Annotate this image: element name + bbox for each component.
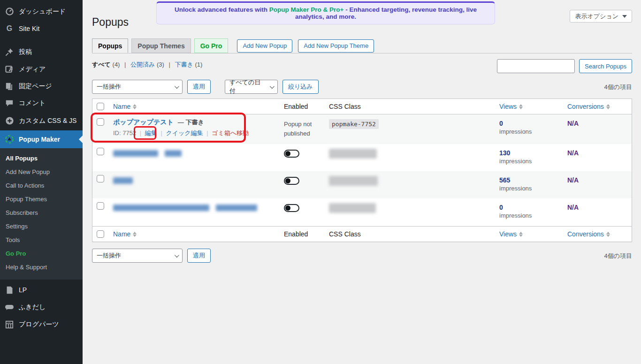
sidebar-item-site-kit[interactable]: G Site Kit (0, 20, 83, 37)
plus-circle-icon (4, 116, 15, 125)
filter-published-link[interactable]: 公開済み (130, 61, 155, 68)
sidebar-item-media[interactable]: メディア (0, 61, 83, 78)
sort-icon (133, 232, 137, 237)
sidebar-item-label: ダッシュボード (19, 8, 66, 16)
select-all-checkbox[interactable] (97, 230, 104, 238)
enabled-toggle[interactable] (284, 177, 299, 185)
table-header-row: Name Enabled CSS Class Views Conversions (92, 99, 632, 114)
views-value: 565 (499, 175, 563, 184)
sidebar-item-pages[interactable]: 固定ページ (0, 78, 83, 95)
popup-maker-pro-link[interactable]: Popup Maker Pro & Pro+ (269, 6, 344, 13)
dashboard-icon (4, 7, 15, 16)
sidebar-item-posts[interactable]: 投稿 (0, 44, 83, 61)
column-header-conversions[interactable]: Conversions (567, 99, 633, 114)
popup-title-link[interactable]: ポップアップテスト (113, 118, 174, 126)
sidebar-item-label: メディア (19, 65, 46, 74)
blurred-popup-title[interactable] (113, 177, 133, 184)
page-title: Popups (92, 16, 129, 29)
filter-draft-link[interactable]: 下書き (175, 61, 193, 68)
enabled-toggle[interactable] (284, 204, 299, 212)
submenu-item-all-popups[interactable]: All Popups (0, 152, 83, 165)
pro-upgrade-banner: Unlock advanced features with Popup Make… (156, 1, 495, 24)
tab-popup-themes[interactable]: Popup Themes (131, 38, 191, 53)
blurred-css-class-chip (329, 149, 377, 159)
column-header-name[interactable]: Name (113, 99, 284, 114)
sidebar-item-label: ブログパーツ (19, 320, 59, 329)
row-checkbox[interactable] (97, 118, 104, 126)
row-checkbox[interactable] (97, 175, 104, 182)
quick-edit-link[interactable]: クイック編集 (166, 129, 203, 136)
sidebar-item-label: コメント (19, 99, 46, 107)
column-footer-views[interactable]: Views (499, 227, 567, 242)
submenu-item-tools[interactable]: Tools (0, 233, 83, 247)
apply-button[interactable]: 適用 (187, 80, 211, 94)
sidebar-item-comments[interactable]: コメント (0, 95, 83, 112)
filter-separator: | (169, 61, 170, 68)
submenu-item-call-to-actions[interactable]: Call to Actions (0, 179, 83, 192)
blurred-popup-title[interactable] (165, 150, 182, 157)
add-new-popup-button[interactable]: Add New Popup (237, 39, 292, 53)
row-id-label: ID: 7752 (113, 129, 136, 136)
filter-all-link[interactable]: すべて (92, 61, 111, 68)
views-unit: impressions (499, 158, 563, 165)
conversions-value: N/A (567, 202, 628, 211)
blurred-popup-title[interactable] (113, 205, 209, 211)
banner-text-prefix: Unlock advanced features with (175, 6, 269, 13)
filter-button[interactable]: 絞り込み (282, 80, 319, 94)
sort-icon (606, 104, 610, 109)
trash-link[interactable]: ゴミ箱へ移動 (212, 129, 249, 136)
sidebar-item-blog-parts[interactable]: ブログパーツ (0, 316, 83, 333)
column-footer-name[interactable]: Name (113, 227, 284, 242)
conversions-value: N/A (567, 148, 628, 157)
popup-maker-submenu: All Popups Add New Popup Call to Actions… (0, 148, 83, 280)
status-filter-links: すべて (4) | 公開済み (3) | 下書き (1) (92, 61, 202, 69)
popups-list-table: Name Enabled CSS Class Views Conversions (92, 99, 632, 242)
views-value: 0 (499, 118, 563, 127)
tab-go-pro[interactable]: Go Pro (194, 38, 229, 53)
bulk-actions-select[interactable]: 一括操作 (92, 80, 183, 94)
bulk-actions-select-bottom[interactable]: 一括操作 (92, 249, 183, 263)
row-checkbox[interactable] (97, 202, 104, 210)
enabled-toggle[interactable] (284, 150, 299, 158)
search-input[interactable] (497, 59, 575, 73)
tab-popups[interactable]: Popups (92, 38, 128, 53)
views-unit: impressions (499, 185, 563, 192)
edit-link[interactable]: 編集 (145, 129, 157, 136)
sort-icon (519, 104, 523, 109)
submenu-item-add-new-popup[interactable]: Add New Popup (0, 165, 83, 179)
screen-options-button[interactable]: 表示オプション (570, 10, 632, 23)
filter-draft-count: (1) (195, 61, 202, 68)
views-unit: impressions (499, 128, 563, 135)
row-checkbox[interactable] (97, 148, 104, 155)
sidebar-item-label: Popup Maker (19, 136, 60, 143)
apply-button-bottom[interactable]: 適用 (187, 249, 211, 263)
date-filter-select[interactable]: すべての日付 (225, 80, 278, 94)
sidebar-item-custom-css-js[interactable]: カスタム CSS & JS (0, 112, 83, 130)
submenu-item-go-pro[interactable]: Go Pro (0, 247, 83, 260)
column-footer-conversions[interactable]: Conversions (567, 227, 633, 242)
blurred-popup-title[interactable] (113, 150, 158, 157)
search-popups-button[interactable]: Search Popups (579, 59, 632, 73)
blurred-popup-title[interactable] (216, 205, 257, 211)
tablenav-top: 一括操作 適用 すべての日付 絞り込み (92, 80, 319, 94)
blurred-css-class-chip (329, 203, 376, 213)
sidebar-item-lp[interactable]: LP (0, 282, 83, 298)
select-all-checkbox[interactable] (97, 103, 104, 110)
blurred-css-class-chip (329, 176, 378, 186)
sort-icon (606, 232, 610, 237)
conversions-value: N/A (567, 118, 628, 127)
sidebar-item-popup-maker[interactable]: Popup Maker (0, 130, 83, 148)
submenu-item-popup-themes[interactable]: Popup Themes (0, 192, 83, 206)
column-header-views[interactable]: Views (499, 99, 567, 114)
conversions-value: N/A (567, 175, 628, 184)
css-class-chip: popmake-7752 (329, 119, 379, 129)
column-footer-css-class: CSS Class (329, 227, 499, 242)
submenu-item-help-support[interactable]: Help & Support (0, 260, 83, 274)
sidebar-item-fukidashi[interactable]: ふきだし (0, 298, 83, 316)
sidebar-item-label: LP (19, 286, 27, 294)
views-unit: impressions (499, 212, 563, 219)
add-new-popup-theme-button[interactable]: Add New Popup Theme (298, 39, 374, 53)
submenu-item-subscribers[interactable]: Subscribers (0, 206, 83, 220)
submenu-item-settings[interactable]: Settings (0, 220, 83, 233)
sidebar-item-dashboard[interactable]: ダッシュボード (0, 3, 83, 20)
